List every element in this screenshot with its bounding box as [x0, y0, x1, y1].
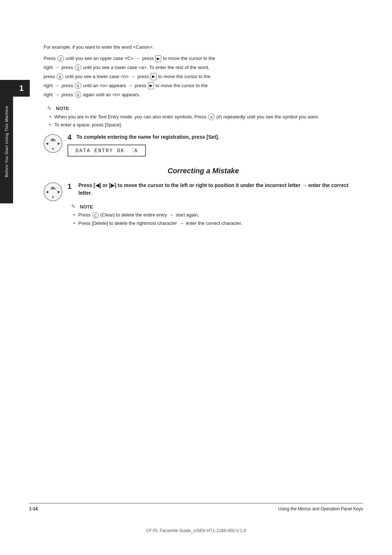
- step-line-4: right → press 6 until an <o> appears → p…: [44, 82, 363, 90]
- key-2-btn-2: 2: [75, 64, 81, 71]
- set-button-icon-2: ▲ Set ◀ ▶ ▼: [44, 182, 62, 201]
- key-2-btn: 2: [57, 55, 64, 62]
- step-line-1: Press 2 until you see an upper case <C> …: [44, 55, 363, 62]
- note-item-2-1: Press C (Clear) to delete the entire ent…: [78, 211, 363, 219]
- lcd-symbol: ⁚A: [132, 148, 138, 154]
- correcting-step-1-row: ▲ Set ◀ ▶ ▼ 1 Press [◀] or [▶] to move t…: [44, 182, 363, 232]
- footer-doc-id: CF-PL Facsimile Guide_USEN HT1-2188-000-…: [0, 528, 392, 533]
- key-right-bracket-3: ▶: [148, 82, 154, 89]
- word-right-2: right: [44, 83, 53, 88]
- set-label: Set: [50, 138, 56, 142]
- footer-page: 1-14: [29, 506, 38, 511]
- correcting-step-1-content: 1 Press [◀] or [▶] to move the cursor to…: [68, 182, 363, 232]
- step-4-title: To complete entering the name for regist…: [77, 134, 219, 140]
- step-4-row: ▲ Set ◀ ▶ ▼ 4 To complete entering the n…: [44, 133, 363, 159]
- sidebar-tab-label: Before You Start Using This Machine: [4, 106, 9, 177]
- note-item-1-1: When you are in the Text Entry mode, you…: [54, 113, 363, 121]
- set-label-2: Set: [50, 187, 56, 190]
- footer: 1-14 Using the Menus and Operation Panel…: [29, 503, 363, 511]
- correcting-heading: Correcting a Mistake: [44, 167, 363, 175]
- step-4-content: 4 To complete entering the name for regi…: [68, 133, 363, 159]
- arrow-left-icon-2: ◀: [46, 190, 48, 194]
- set-button-icon: ▲ Set ◀ ▶ ▼: [44, 134, 62, 153]
- chapter-number: 1: [19, 84, 24, 93]
- step-line-5: right → press 6 again until an <n> appea…: [44, 91, 363, 99]
- intro-example: For example, if you want to enter the wo…: [44, 44, 363, 51]
- correcting-step-1-title: Press [◀] or [▶] to move the cursor to t…: [78, 182, 363, 197]
- word-right-3: right: [44, 92, 53, 97]
- chapter-box: 1: [13, 80, 30, 97]
- sidebar-tab: Before You Start Using This Machine: [0, 80, 13, 203]
- arrow-left-icon: ◀: [46, 142, 48, 145]
- arrow-down-icon-2: ▼: [52, 195, 55, 199]
- arrow-right-icon-2: ▶: [58, 190, 60, 194]
- key-right-bracket: ▶: [155, 55, 161, 62]
- arrow-right-icon: ▶: [58, 142, 60, 145]
- key-right-bracket-2: ▶: [151, 73, 156, 80]
- footer-description: Using the Menus and Operation Panel Keys: [278, 506, 363, 511]
- note-label-2: NOTE: [80, 204, 93, 210]
- key-c: C: [92, 212, 99, 219]
- note-items-2: Press C (Clear) to delete the entire ent…: [71, 211, 363, 227]
- step-line-3: press 6 until you see a lower case <n> →…: [44, 73, 363, 81]
- lcd-text: DATA ENTRY OK: [75, 148, 124, 154]
- note-item-2-2: Press [Delete] to delete the rightmost c…: [78, 220, 363, 227]
- step-4-icon: ▲ Set ◀ ▶ ▼: [44, 134, 62, 153]
- word-right-1: right: [44, 65, 53, 70]
- key-6-btn-3: 6: [75, 92, 81, 98]
- arrow-down-icon: ▼: [52, 147, 55, 151]
- note-section-2: ✎ NOTE Press C (Clear) to delete the ent…: [68, 203, 363, 227]
- note-icon-1: ✎: [47, 105, 54, 112]
- key-hash: #: [208, 114, 215, 120]
- note-label-1: NOTE: [56, 106, 69, 111]
- note-icon-2: ✎: [71, 203, 78, 210]
- note-items-1: When you are in the Text Entry mode, you…: [47, 113, 363, 129]
- step-line-2: right → press 2 until you see a lower ca…: [44, 64, 363, 72]
- key-6-btn-2: 6: [75, 82, 81, 89]
- step-block-1: Press 2 until you see an upper case <C> …: [44, 55, 363, 99]
- note-item-1-2: To enter a space, press [Space].: [54, 121, 363, 129]
- lcd-display: DATA ENTRY OK ⁚A: [68, 145, 146, 157]
- correcting-step-1-number: 1: [68, 182, 75, 191]
- correcting-step-1-icon: ▲ Set ◀ ▶ ▼: [44, 182, 62, 201]
- note-section-1: ✎ NOTE When you are in the Text Entry mo…: [44, 105, 363, 129]
- step-4-number: 4: [68, 133, 72, 141]
- key-6-btn-1: 6: [57, 73, 63, 80]
